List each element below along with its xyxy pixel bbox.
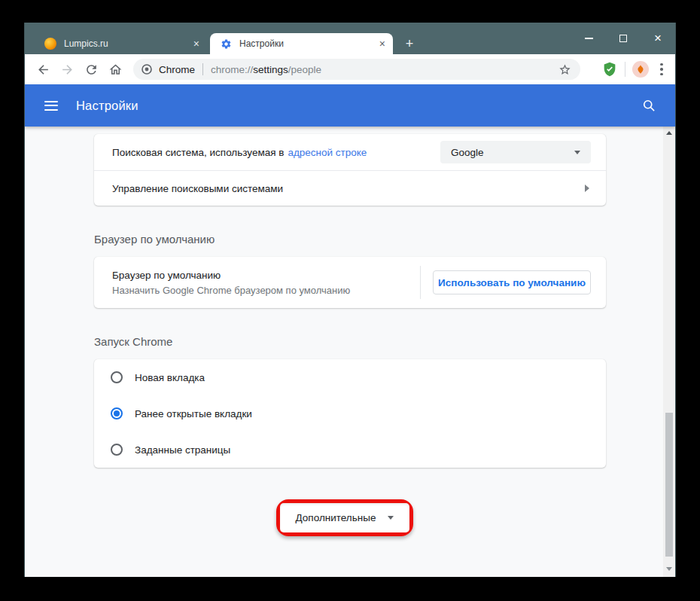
window-controls: × (571, 23, 675, 54)
tab-label: Настройки (239, 38, 284, 49)
back-arrow-icon (36, 63, 50, 77)
scroll-up-arrow-icon[interactable] (666, 131, 672, 135)
settings-main-column: Поисковая система, используемая в адресн… (25, 134, 665, 536)
scrollbar-thumb[interactable] (665, 413, 673, 557)
default-browser-heading: Браузер по умолчанию (94, 233, 665, 246)
search-button[interactable] (641, 98, 656, 113)
manage-search-engines-row[interactable]: Управление поисковыми системами (94, 170, 606, 206)
gear-icon (221, 38, 232, 50)
frigate-extension-button[interactable] (632, 61, 649, 78)
tab-close-icon[interactable]: × (379, 38, 385, 49)
screenshot-canvas: Lumpics.ru × Настройки × + × (0, 0, 700, 601)
search-engine-card: Поисковая система, используемая в адресн… (94, 134, 606, 206)
reload-button[interactable] (79, 54, 103, 84)
scrollbar[interactable] (663, 127, 675, 577)
forward-arrow-icon (60, 63, 75, 77)
manage-search-engines-label: Управление поисковыми системами (112, 183, 283, 194)
maximize-button[interactable] (606, 23, 641, 54)
toolbar-extensions (601, 54, 668, 84)
minimize-icon (585, 38, 593, 39)
tab-close-icon[interactable]: × (193, 38, 199, 49)
startup-card: Новая вкладка Ранее открытые вкладки Зад… (94, 359, 606, 468)
startup-option-continue[interactable]: Ранее открытые вкладки (94, 395, 606, 432)
maximize-icon (619, 35, 627, 42)
default-browser-card: Браузер по умолчанию Назначить Google Ch… (94, 257, 606, 308)
browser-toolbar: Chrome chrome://settings/people (25, 54, 675, 84)
reload-icon (84, 63, 99, 77)
arrow-right-icon (585, 185, 589, 192)
flame-icon (635, 64, 646, 75)
search-engine-selected-value: Google (451, 147, 484, 158)
omnibox-url: chrome://settings/people (211, 64, 321, 75)
default-browser-text: Браузер по умолчанию Назначить Google Ch… (112, 270, 350, 296)
make-default-button[interactable]: Использовать по умолчанию (433, 270, 591, 294)
startup-option-specific-pages[interactable]: Заданные страницы (94, 432, 606, 468)
default-browser-subtitle: Назначить Google Chrome браузером по умо… (112, 285, 350, 296)
address-bar-link[interactable]: адресной строке (288, 147, 367, 158)
extensions-divider (625, 62, 625, 77)
startup-heading: Запуск Chrome (94, 335, 665, 348)
close-window-button[interactable]: × (641, 23, 675, 54)
new-tab-button[interactable]: + (401, 35, 418, 52)
settings-content: Поисковая система, используемая в адресн… (25, 127, 675, 577)
chrome-logo-icon (141, 63, 153, 75)
vertical-divider (420, 266, 421, 299)
back-button[interactable] (31, 54, 55, 84)
forward-button[interactable] (55, 54, 79, 84)
radio-unselected-icon[interactable] (111, 444, 123, 456)
hamburger-menu-button[interactable] (44, 101, 58, 111)
browser-menu-button[interactable] (656, 63, 668, 76)
radio-unselected-icon[interactable] (111, 371, 123, 383)
address-bar[interactable]: Chrome chrome://settings/people (133, 59, 580, 80)
browser-window: Lumpics.ru × Настройки × + × (24, 23, 676, 577)
red-highlight-annotation: Дополнительные (276, 499, 413, 536)
startup-option-new-tab[interactable]: Новая вкладка (94, 359, 606, 395)
bookmark-star-button[interactable] (558, 63, 571, 76)
tab-strip: Lumpics.ru × Настройки × + × (25, 23, 675, 54)
adguard-shield-icon[interactable] (601, 61, 618, 78)
lumpics-favicon-icon (44, 38, 56, 50)
omnibox-divider (202, 63, 203, 75)
home-icon (108, 63, 123, 77)
search-engine-label: Поисковая система, используемая в (112, 147, 284, 158)
advanced-button[interactable]: Дополнительные (280, 503, 409, 532)
search-engine-row: Поисковая система, используемая в адресн… (94, 134, 606, 170)
minimize-button[interactable] (571, 23, 606, 54)
tab-lumpics[interactable]: Lumpics.ru × (37, 33, 207, 54)
chevron-down-icon (388, 516, 394, 520)
radio-selected-icon[interactable] (111, 407, 123, 419)
omnibox-product-label: Chrome (159, 64, 195, 75)
advanced-section: Дополнительные (25, 499, 665, 536)
tab-label: Lumpics.ru (64, 38, 108, 49)
search-icon (641, 98, 656, 113)
settings-header: Настройки (25, 84, 675, 127)
search-engine-select[interactable]: Google (440, 141, 591, 163)
scroll-down-arrow-icon[interactable] (666, 567, 672, 571)
default-browser-title: Браузер по умолчанию (112, 270, 350, 281)
home-button[interactable] (103, 54, 127, 84)
tab-settings[interactable]: Настройки × (210, 33, 393, 54)
star-icon (558, 63, 571, 76)
chevron-down-icon (574, 151, 580, 154)
page-title: Настройки (76, 99, 138, 113)
